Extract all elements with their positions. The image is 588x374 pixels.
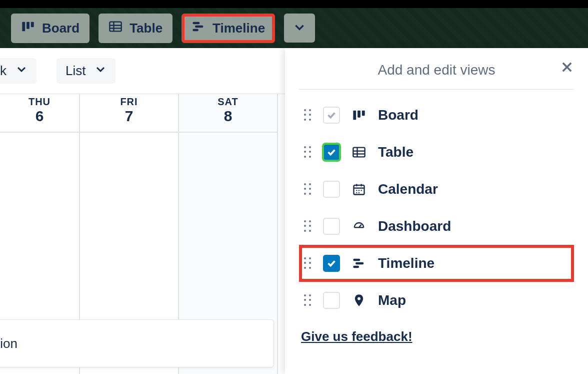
drag-handle-icon[interactable] [304,146,312,158]
view-row-dashboard[interactable]: Dashboard [299,208,574,245]
svg-rect-9 [192,29,198,31]
svg-rect-32 [353,266,359,268]
svg-rect-0 [22,22,25,31]
view-tabs-bar: Board Table Timeline [0,8,588,48]
svg-rect-1 [26,22,30,29]
checkbox-map[interactable] [323,292,340,309]
feedback-link-label: Give us feedback! [301,329,412,344]
board-icon [351,108,367,122]
chevron-down-icon [94,63,106,79]
tab-table-label: Table [130,21,162,36]
day-number: 8 [179,108,277,125]
timeline-card[interactable]: tion [0,319,274,367]
svg-rect-2 [31,22,34,27]
list-button[interactable]: List [56,58,116,84]
drag-handle-icon[interactable] [304,257,312,269]
svg-point-23 [356,190,357,191]
day-of-week: SAT [179,96,277,108]
svg-point-33 [358,297,360,300]
timeline-card-tail: tion [0,336,18,351]
drag-handle-icon[interactable] [304,220,312,232]
timeline-icon [351,256,367,270]
tab-table[interactable]: Table [98,14,172,43]
view-row-table[interactable]: Table [299,134,574,171]
view-row-label: Timeline [378,255,434,271]
table-icon [351,145,367,159]
view-row-timeline[interactable]: Timeline [299,245,574,282]
day-header: FRI 7 [80,94,178,133]
chevron-down-icon [16,63,28,79]
svg-point-26 [356,192,357,193]
svg-point-24 [358,190,360,191]
svg-rect-14 [362,111,365,116]
tab-timeline-label: Timeline [212,21,265,36]
table-icon [108,20,122,37]
view-row-label: Dashboard [378,218,451,234]
checkbox-board[interactable] [323,107,340,124]
list-button-label: List [66,63,86,79]
checkbox-calendar[interactable] [323,181,340,198]
close-icon [560,67,574,76]
view-row-label: Map [378,292,406,308]
close-button[interactable] [560,60,574,76]
day-header: SAT 8 [179,94,277,133]
svg-rect-13 [358,111,360,118]
svg-rect-15 [353,148,364,157]
calendar-icon [351,182,367,196]
prev-button-label: k [0,63,6,79]
svg-rect-30 [353,259,360,261]
map-pin-icon [351,293,367,307]
view-row-board[interactable]: Board [299,97,574,134]
svg-rect-12 [353,111,356,120]
view-row-label: Table [378,144,414,160]
checkbox-timeline[interactable] [323,255,340,272]
board-icon [21,20,35,37]
day-number: 6 [0,108,79,125]
top-black-bar [0,0,588,8]
svg-rect-8 [195,25,203,28]
checkbox-table[interactable] [323,144,340,161]
tab-more-dropdown[interactable] [284,14,315,43]
chevron-down-icon [293,21,306,36]
drag-handle-icon[interactable] [304,109,312,121]
panel-header: Add and edit views [299,62,574,90]
day-of-week: FRI [80,96,178,108]
svg-rect-7 [192,22,200,24]
add-edit-views-panel: Add and edit views Board Table Calendar [285,48,588,374]
view-row-calendar[interactable]: Calendar [299,171,574,208]
day-of-week: THU [0,96,79,108]
view-row-label: Calendar [378,181,438,197]
tab-timeline[interactable]: Timeline [182,14,275,43]
tab-board[interactable]: Board [11,14,90,43]
day-number: 7 [80,108,178,125]
view-list: Board Table Calendar Dashboard Timeline [299,90,574,319]
svg-rect-3 [110,22,121,31]
view-row-map[interactable]: Map [299,282,574,319]
panel-title: Add and edit views [378,62,495,78]
tab-board-label: Board [42,21,80,36]
day-header: THU 6 [0,94,79,133]
checkbox-dashboard[interactable] [323,218,340,235]
timeline-icon [192,20,206,37]
dashboard-icon [351,219,367,233]
feedback-link[interactable]: Give us feedback! [299,329,574,344]
drag-handle-icon[interactable] [304,294,312,306]
svg-point-27 [358,192,360,193]
view-row-label: Board [378,107,418,123]
prev-button[interactable]: k [0,58,36,84]
svg-rect-31 [356,262,364,265]
drag-handle-icon[interactable] [304,183,312,195]
svg-point-25 [361,190,362,191]
